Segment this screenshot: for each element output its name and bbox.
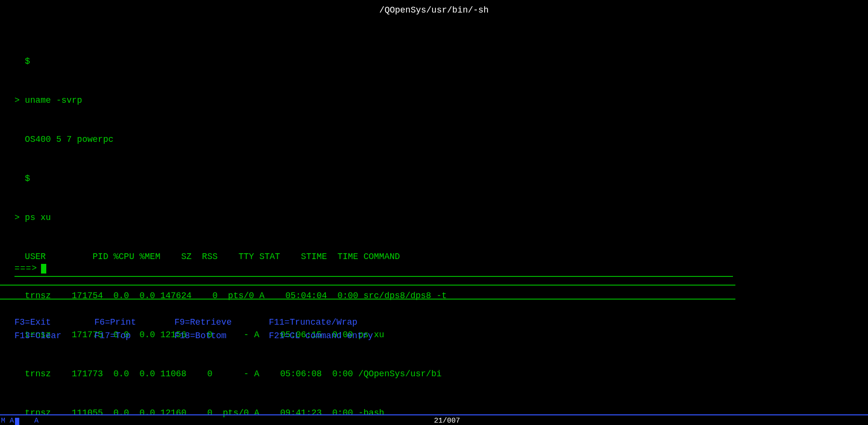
- terminal-line: > uname -svrp: [14, 94, 447, 107]
- terminal-line: trnsz 171754 0.0 0.0 147624 0 pts/0 A 05…: [14, 289, 447, 302]
- fkey-f6[interactable]: F6=Print: [95, 316, 169, 329]
- divider: [0, 285, 735, 286]
- function-key-legend: F3=Exit F6=Print F9=Retrieve F11=Truncat…: [14, 316, 373, 343]
- fkey-f3[interactable]: F3=Exit: [14, 316, 89, 329]
- command-input-area[interactable]: ===>: [14, 262, 733, 277]
- fkey-f21[interactable]: F21=CL command entry: [269, 329, 373, 343]
- terminal-line: OS400 5 7 powerpc: [14, 133, 447, 146]
- fkey-f17[interactable]: F17=Top: [95, 329, 169, 343]
- terminal-line: $: [14, 172, 447, 185]
- fkey-f11[interactable]: F11=Truncate/Wrap: [269, 316, 357, 329]
- status-bar: M A A 21/007: [0, 414, 868, 425]
- status-text: A: [34, 416, 39, 425]
- cursor-icon: [41, 264, 46, 274]
- terminal-line: $: [14, 55, 447, 68]
- window-title: /QOpenSys/usr/bin/-sh: [0, 4, 868, 17]
- terminal-line: USER PID %CPU %MEM SZ RSS TTY STAT STIME…: [14, 250, 447, 263]
- terminal-line: trnsz 171773 0.0 0.0 11068 0 - A 05:06:0…: [14, 368, 447, 381]
- fkey-f13[interactable]: F13=Clear: [14, 329, 89, 343]
- status-text: M A: [1, 416, 14, 425]
- terminal-output: $ > uname -svrp OS400 5 7 powerpc $ > ps…: [14, 29, 447, 425]
- cursor-position: 21/007: [434, 416, 460, 425]
- terminal-line: > ps xu: [14, 211, 447, 224]
- divider: [0, 299, 735, 300]
- command-prompt-label: ===>: [14, 262, 37, 275]
- status-block-icon: [15, 418, 19, 425]
- fkey-f9[interactable]: F9=Retrieve: [175, 316, 264, 329]
- status-indicator-left: M A A: [1, 416, 39, 425]
- fkey-f18[interactable]: F18=Bottom: [175, 329, 264, 343]
